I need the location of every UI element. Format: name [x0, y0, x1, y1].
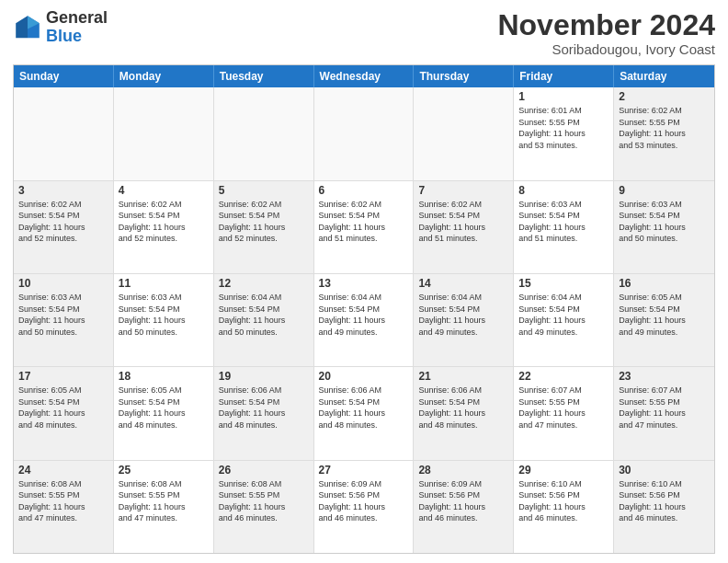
cal-cell-3-2: 11Sunrise: 6:03 AM Sunset: 5:54 PM Dayli…	[114, 274, 214, 366]
day-number: 19	[219, 370, 309, 383]
day-number: 25	[119, 464, 209, 477]
page: General Blue November 2024 Soribadougou,…	[0, 0, 728, 563]
day-info: Sunrise: 6:04 AM Sunset: 5:54 PM Dayligh…	[518, 292, 609, 338]
day-info: Sunrise: 6:07 AM Sunset: 5:55 PM Dayligh…	[518, 385, 609, 431]
cal-cell-2-1: 3Sunrise: 6:02 AM Sunset: 5:54 PM Daylig…	[14, 181, 114, 273]
cal-cell-5-3: 26Sunrise: 6:08 AM Sunset: 5:55 PM Dayli…	[214, 461, 314, 553]
cal-cell-4-7: 23Sunrise: 6:07 AM Sunset: 5:55 PM Dayli…	[614, 367, 714, 459]
day-number: 9	[619, 184, 710, 197]
day-number: 4	[119, 184, 209, 197]
calendar-body: 1Sunrise: 6:01 AM Sunset: 5:55 PM Daylig…	[14, 87, 714, 553]
cal-header-thursday: Thursday	[414, 65, 514, 87]
cal-cell-2-6: 8Sunrise: 6:03 AM Sunset: 5:54 PM Daylig…	[514, 181, 614, 273]
cal-cell-4-4: 20Sunrise: 6:06 AM Sunset: 5:54 PM Dayli…	[314, 367, 415, 459]
day-number: 13	[319, 277, 409, 290]
day-number: 27	[319, 464, 409, 477]
cal-cell-1-1	[14, 87, 114, 179]
cal-cell-3-3: 12Sunrise: 6:04 AM Sunset: 5:54 PM Dayli…	[214, 274, 314, 366]
location-title: Soribadougou, Ivory Coast	[497, 41, 715, 57]
day-number: 16	[619, 277, 710, 290]
day-info: Sunrise: 6:06 AM Sunset: 5:54 PM Dayligh…	[219, 385, 309, 431]
cal-cell-5-5: 28Sunrise: 6:09 AM Sunset: 5:56 PM Dayli…	[414, 461, 514, 553]
cal-cell-3-7: 16Sunrise: 6:05 AM Sunset: 5:54 PM Dayli…	[614, 274, 714, 366]
day-info: Sunrise: 6:06 AM Sunset: 5:54 PM Dayligh…	[319, 385, 409, 431]
logo-blue-text: Blue	[46, 27, 82, 45]
header: General Blue November 2024 Soribadougou,…	[13, 9, 715, 57]
cal-cell-1-3	[214, 87, 314, 179]
day-info: Sunrise: 6:08 AM Sunset: 5:55 PM Dayligh…	[219, 478, 309, 524]
day-number: 29	[518, 464, 609, 477]
day-info: Sunrise: 6:04 AM Sunset: 5:54 PM Dayligh…	[219, 292, 309, 338]
cal-cell-3-5: 14Sunrise: 6:04 AM Sunset: 5:54 PM Dayli…	[414, 274, 514, 366]
cal-cell-5-2: 25Sunrise: 6:08 AM Sunset: 5:55 PM Dayli…	[114, 461, 214, 553]
cal-cell-5-1: 24Sunrise: 6:08 AM Sunset: 5:55 PM Dayli…	[14, 461, 114, 553]
svg-marker-1	[16, 16, 28, 38]
day-info: Sunrise: 6:05 AM Sunset: 5:54 PM Dayligh…	[119, 385, 209, 431]
cal-header-tuesday: Tuesday	[214, 65, 314, 87]
cal-cell-5-7: 30Sunrise: 6:10 AM Sunset: 5:56 PM Dayli…	[614, 461, 714, 553]
cal-cell-4-1: 17Sunrise: 6:05 AM Sunset: 5:54 PM Dayli…	[14, 367, 114, 459]
month-title: November 2024	[497, 9, 715, 41]
day-info: Sunrise: 6:10 AM Sunset: 5:56 PM Dayligh…	[619, 478, 710, 524]
cal-cell-4-3: 19Sunrise: 6:06 AM Sunset: 5:54 PM Dayli…	[214, 367, 314, 459]
day-number: 10	[18, 277, 108, 290]
day-number: 23	[619, 370, 710, 383]
cal-cell-5-4: 27Sunrise: 6:09 AM Sunset: 5:56 PM Dayli…	[314, 461, 415, 553]
day-info: Sunrise: 6:02 AM Sunset: 5:54 PM Dayligh…	[119, 199, 209, 245]
calendar-header-row: SundayMondayTuesdayWednesdayThursdayFrid…	[14, 65, 714, 87]
day-number: 26	[219, 464, 309, 477]
day-number: 18	[119, 370, 209, 383]
cal-cell-2-3: 5Sunrise: 6:02 AM Sunset: 5:54 PM Daylig…	[214, 181, 314, 273]
cal-header-monday: Monday	[114, 65, 214, 87]
cal-week-1: 1Sunrise: 6:01 AM Sunset: 5:55 PM Daylig…	[14, 87, 714, 180]
day-number: 3	[18, 184, 108, 197]
cal-cell-3-4: 13Sunrise: 6:04 AM Sunset: 5:54 PM Dayli…	[314, 274, 415, 366]
day-info: Sunrise: 6:03 AM Sunset: 5:54 PM Dayligh…	[119, 292, 209, 338]
day-number: 15	[518, 277, 609, 290]
cal-header-wednesday: Wednesday	[314, 65, 415, 87]
day-number: 7	[418, 184, 508, 197]
cal-week-5: 24Sunrise: 6:08 AM Sunset: 5:55 PM Dayli…	[14, 461, 714, 553]
day-number: 2	[619, 90, 710, 103]
cal-header-sunday: Sunday	[14, 65, 114, 87]
day-info: Sunrise: 6:06 AM Sunset: 5:54 PM Dayligh…	[418, 385, 508, 431]
day-number: 21	[418, 370, 508, 383]
cal-cell-1-4	[314, 87, 415, 179]
logo: General Blue	[13, 9, 108, 46]
day-number: 22	[518, 370, 609, 383]
day-info: Sunrise: 6:09 AM Sunset: 5:56 PM Dayligh…	[418, 478, 508, 524]
day-info: Sunrise: 6:02 AM Sunset: 5:54 PM Dayligh…	[319, 199, 409, 245]
day-info: Sunrise: 6:09 AM Sunset: 5:56 PM Dayligh…	[319, 478, 409, 524]
day-info: Sunrise: 6:08 AM Sunset: 5:55 PM Dayligh…	[18, 478, 108, 524]
day-number: 6	[319, 184, 409, 197]
cal-cell-2-4: 6Sunrise: 6:02 AM Sunset: 5:54 PM Daylig…	[314, 181, 415, 273]
day-info: Sunrise: 6:04 AM Sunset: 5:54 PM Dayligh…	[418, 292, 508, 338]
cal-cell-4-5: 21Sunrise: 6:06 AM Sunset: 5:54 PM Dayli…	[414, 367, 514, 459]
logo-general-text: General	[46, 8, 108, 27]
cal-cell-1-6: 1Sunrise: 6:01 AM Sunset: 5:55 PM Daylig…	[514, 87, 614, 179]
day-number: 1	[518, 90, 609, 103]
day-info: Sunrise: 6:03 AM Sunset: 5:54 PM Dayligh…	[619, 199, 710, 245]
day-info: Sunrise: 6:07 AM Sunset: 5:55 PM Dayligh…	[619, 385, 710, 431]
cal-cell-5-6: 29Sunrise: 6:10 AM Sunset: 5:56 PM Dayli…	[514, 461, 614, 553]
day-info: Sunrise: 6:03 AM Sunset: 5:54 PM Dayligh…	[18, 292, 108, 338]
cal-cell-1-2	[114, 87, 214, 179]
cal-cell-4-2: 18Sunrise: 6:05 AM Sunset: 5:54 PM Dayli…	[114, 367, 214, 459]
day-info: Sunrise: 6:05 AM Sunset: 5:54 PM Dayligh…	[18, 385, 108, 431]
day-number: 28	[418, 464, 508, 477]
day-number: 24	[18, 464, 108, 477]
day-info: Sunrise: 6:10 AM Sunset: 5:56 PM Dayligh…	[518, 478, 609, 524]
cal-cell-1-5	[414, 87, 514, 179]
cal-cell-2-7: 9Sunrise: 6:03 AM Sunset: 5:54 PM Daylig…	[614, 181, 714, 273]
day-info: Sunrise: 6:08 AM Sunset: 5:55 PM Dayligh…	[119, 478, 209, 524]
cal-week-2: 3Sunrise: 6:02 AM Sunset: 5:54 PM Daylig…	[14, 181, 714, 274]
day-number: 14	[418, 277, 508, 290]
day-info: Sunrise: 6:02 AM Sunset: 5:54 PM Dayligh…	[418, 199, 508, 245]
day-number: 11	[119, 277, 209, 290]
day-number: 17	[18, 370, 108, 383]
day-info: Sunrise: 6:02 AM Sunset: 5:54 PM Dayligh…	[219, 199, 309, 245]
day-number: 8	[518, 184, 609, 197]
day-info: Sunrise: 6:03 AM Sunset: 5:54 PM Dayligh…	[518, 199, 609, 245]
cal-week-3: 10Sunrise: 6:03 AM Sunset: 5:54 PM Dayli…	[14, 274, 714, 367]
calendar: SundayMondayTuesdayWednesdayThursdayFrid…	[13, 64, 715, 554]
